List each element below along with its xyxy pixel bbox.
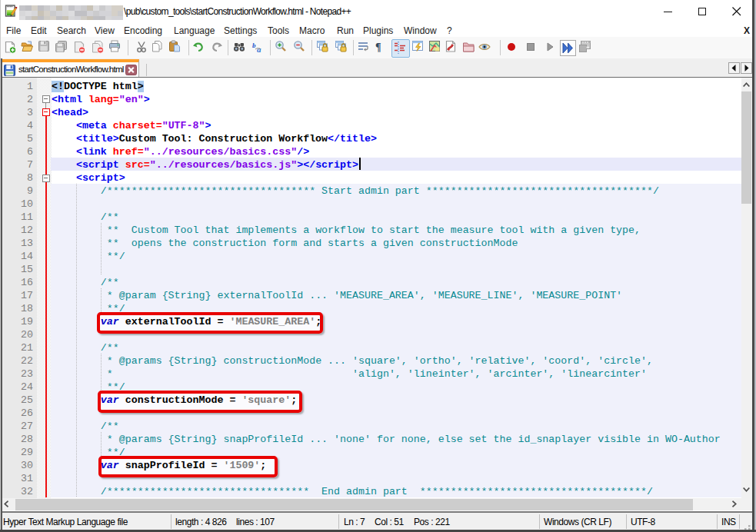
svg-text:b: b bbox=[252, 42, 256, 49]
svg-text:¶: ¶ bbox=[375, 42, 381, 53]
